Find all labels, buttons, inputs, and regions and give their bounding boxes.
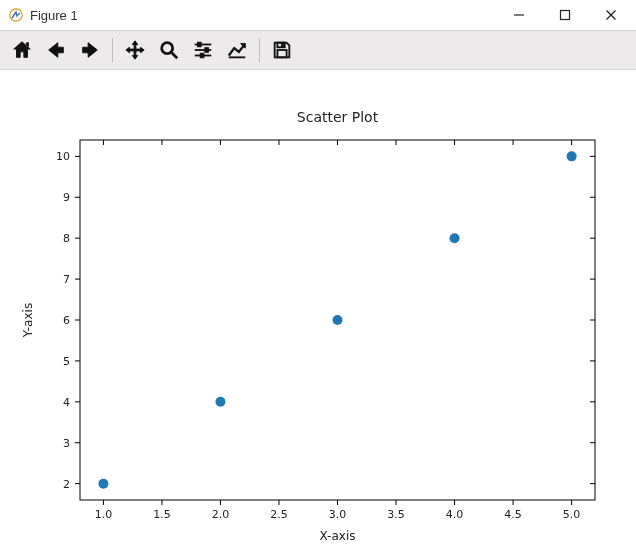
- x-tick-label: 1.0: [95, 508, 113, 521]
- data-point: [450, 233, 460, 243]
- data-point: [567, 151, 577, 161]
- svg-rect-16: [282, 44, 284, 47]
- window-maximize-button[interactable]: [542, 0, 588, 30]
- x-axis-label: X-axis: [320, 529, 356, 543]
- line-chart-icon: [226, 39, 248, 61]
- svg-rect-15: [277, 50, 286, 57]
- y-tick-label: 7: [63, 273, 70, 286]
- chart-title: Scatter Plot: [297, 109, 379, 125]
- magnify-icon: [158, 39, 180, 61]
- data-point: [333, 315, 343, 325]
- toolbar-separator: [112, 38, 113, 62]
- toolbar-back-button[interactable]: [40, 34, 72, 66]
- data-point: [98, 479, 108, 489]
- home-icon: [11, 39, 33, 61]
- y-tick-label: 4: [63, 396, 70, 409]
- x-tick-label: 4.5: [504, 508, 522, 521]
- window-title: Figure 1: [30, 8, 78, 23]
- x-tick-label: 2.5: [270, 508, 288, 521]
- y-tick-label: 6: [63, 314, 70, 327]
- move-icon: [124, 39, 146, 61]
- y-tick-label: 3: [63, 437, 70, 450]
- svg-rect-12: [200, 53, 204, 58]
- save-icon: [271, 39, 293, 61]
- toolbar-home-button[interactable]: [6, 34, 38, 66]
- toolbar-pan-button[interactable]: [119, 34, 151, 66]
- x-tick-label: 3.0: [329, 508, 347, 521]
- x-tick-label: 4.0: [446, 508, 464, 521]
- svg-line-6: [172, 53, 178, 59]
- y-axis-label: Y-axis: [21, 303, 35, 338]
- svg-rect-2: [561, 11, 570, 20]
- window-titlebar: Figure 1: [0, 0, 636, 30]
- data-point: [215, 397, 225, 407]
- y-tick-label: 10: [56, 150, 70, 163]
- toolbar-save-button[interactable]: [266, 34, 298, 66]
- svg-rect-10: [205, 48, 209, 53]
- arrow-right-icon: [79, 39, 101, 61]
- x-tick-label: 3.5: [387, 508, 405, 521]
- toolbar-configure-button[interactable]: [187, 34, 219, 66]
- toolbar-separator: [259, 38, 260, 62]
- x-tick-label: 1.5: [153, 508, 171, 521]
- y-tick-label: 5: [63, 355, 70, 368]
- y-tick-label: 9: [63, 191, 70, 204]
- toolbar-editaxes-button[interactable]: [221, 34, 253, 66]
- svg-rect-8: [198, 42, 202, 47]
- matplotlib-toolbar: [0, 30, 636, 70]
- scatter-plot: 1.01.52.02.53.03.54.04.55.02345678910Sca…: [0, 70, 636, 554]
- svg-point-0: [10, 9, 22, 21]
- window-minimize-button[interactable]: [496, 0, 542, 30]
- window-close-button[interactable]: [588, 0, 634, 30]
- svg-point-5: [162, 43, 173, 54]
- app-icon: [8, 7, 24, 23]
- arrow-left-icon: [45, 39, 67, 61]
- y-tick-label: 8: [63, 232, 70, 245]
- sliders-icon: [192, 39, 214, 61]
- x-tick-label: 5.0: [563, 508, 581, 521]
- plot-area: 1.01.52.02.53.03.54.04.55.02345678910Sca…: [0, 70, 636, 554]
- toolbar-forward-button[interactable]: [74, 34, 106, 66]
- toolbar-zoom-button[interactable]: [153, 34, 185, 66]
- x-tick-label: 2.0: [212, 508, 230, 521]
- y-tick-label: 2: [63, 478, 70, 491]
